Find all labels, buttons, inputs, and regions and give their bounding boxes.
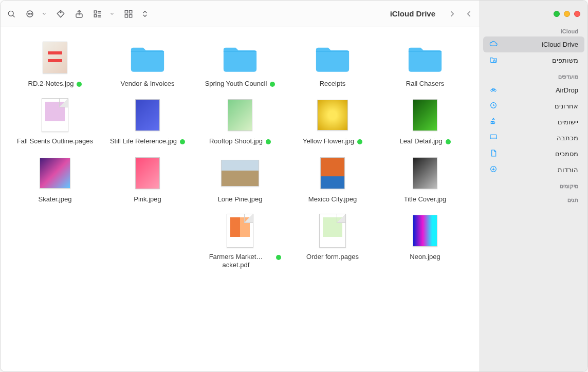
sidebar-section-title: תגים — [480, 192, 587, 206]
view-icons-button[interactable] — [124, 9, 133, 18]
file-item[interactable]: Still Life Reference.jpg — [104, 97, 191, 145]
svg-point-19 — [28, 13, 29, 14]
sidebar-item-label: משותפים — [502, 57, 578, 64]
nav-forward-button[interactable] — [448, 9, 457, 18]
svg-rect-7 — [130, 10, 132, 13]
folder-item[interactable]: Receipts — [289, 40, 376, 88]
sidebar-item[interactable]: iCloud Drive — [483, 36, 584, 52]
group-by-button[interactable] — [93, 9, 102, 18]
group-by-chevron-down-icon[interactable] — [109, 9, 115, 18]
folder-item[interactable]: Rail Chasers — [381, 40, 469, 88]
file-thumbnail — [220, 97, 260, 133]
file-name-label: Yellow Flower.jpg — [303, 137, 354, 145]
file-name-label: Fall Scents Outline.pages — [17, 137, 93, 145]
folder-icon — [127, 40, 168, 76]
sidebar-section-title: מיקומים — [480, 178, 587, 192]
svg-rect-6 — [125, 10, 127, 13]
file-item[interactable]: Skater.jpeg — [11, 155, 99, 203]
file-thumbnail — [405, 97, 445, 133]
file-name-label: Spring Youth Council — [205, 80, 267, 88]
desktop-icon — [489, 133, 498, 143]
file-thumbnail — [220, 213, 260, 249]
sidebar-item-label: מסמכים — [502, 150, 578, 158]
action-menu-chevron-down-icon[interactable] — [42, 9, 47, 18]
file-thumbnail — [127, 155, 168, 191]
svg-line-23 — [13, 15, 14, 17]
file-item[interactable]: RD.2-Notes.jpg — [11, 40, 99, 88]
file-thumbnail — [313, 213, 353, 249]
file-item[interactable]: Yellow Flower.jpg — [289, 97, 376, 145]
file-name-label: Title Cover.jpg — [404, 195, 447, 203]
file-item[interactable]: Leaf Detail.jpg — [381, 97, 469, 145]
minimize-window-button[interactable] — [564, 11, 570, 17]
svg-point-20 — [29, 13, 30, 14]
shared-folder-icon — [489, 55, 498, 65]
action-menu-button[interactable] — [25, 9, 34, 18]
sidebar-item-label: AirDrop — [502, 86, 578, 94]
sidebar-item[interactable]: מסמכים — [480, 146, 587, 162]
file-thumbnail — [405, 155, 445, 191]
file-name-label: Lone Pine.jpeg — [218, 195, 263, 203]
nav-back-button[interactable] — [464, 9, 473, 18]
file-item[interactable]: Neon.jpeg — [381, 213, 469, 270]
file-name-label: Farmers Market…acket.pdf — [199, 253, 273, 270]
file-thumbnail — [220, 155, 260, 191]
svg-rect-8 — [125, 14, 127, 17]
airdrop-icon — [489, 85, 498, 95]
folder-item[interactable]: Spring Youth Council — [196, 40, 284, 88]
file-name-label: Receipts — [320, 80, 346, 88]
svg-point-21 — [31, 13, 32, 14]
folder-icon — [220, 40, 260, 76]
file-item[interactable]: Pink.jpeg — [104, 155, 191, 203]
svg-rect-4 — [490, 138, 497, 139]
file-thumbnail — [127, 97, 168, 133]
tags-button[interactable] — [56, 9, 65, 18]
sidebar-item[interactable]: AirDrop — [480, 82, 587, 98]
sidebar-section-title: iCloud — [480, 23, 587, 36]
file-item[interactable]: Mexico City.jpeg — [289, 155, 376, 203]
sidebar-item-label: יישומים — [502, 118, 578, 126]
tag-dot-icon — [270, 82, 275, 87]
file-item[interactable]: Rooftop Shoot.jpg — [196, 97, 284, 145]
sidebar-item[interactable]: מכתבה — [480, 130, 587, 146]
sidebar-item[interactable]: משותפים — [480, 52, 587, 68]
file-name-label: Rooftop Shoot.jpg — [209, 137, 263, 145]
file-item[interactable]: Farmers Market…acket.pdf — [196, 213, 284, 270]
file-item[interactable]: Lone Pine.jpeg — [196, 155, 284, 203]
tag-dot-icon — [266, 139, 271, 144]
file-name-label: Pink.jpeg — [134, 195, 161, 203]
sort-updown-icon[interactable] — [140, 9, 150, 18]
sidebar-item-label: iCloud Drive — [502, 41, 578, 48]
close-window-button[interactable] — [574, 11, 580, 17]
file-grid: RD.2-Notes.jpgVendor & InvoicesSpring Yo… — [1, 27, 480, 371]
file-item[interactable]: Fall Scents Outline.pages — [11, 97, 99, 145]
file-name-label: RD.2-Notes.jpg — [28, 80, 74, 88]
file-item[interactable]: Order form.pages — [289, 213, 376, 270]
file-name-label: Neon.jpeg — [410, 253, 440, 261]
sidebar-item[interactable]: אחרונים — [480, 98, 587, 114]
file-name-label: Vendor & Invoices — [121, 80, 175, 88]
svg-rect-11 — [94, 14, 97, 17]
file-name-label: Mexico City.jpeg — [308, 195, 357, 203]
search-button[interactable] — [7, 9, 16, 18]
apps-icon — [489, 117, 498, 127]
file-name-label: Order form.pages — [306, 253, 359, 261]
file-thumbnail — [35, 97, 75, 133]
sidebar-item[interactable]: הורדות — [480, 162, 587, 178]
zoom-window-button[interactable] — [554, 11, 560, 17]
share-button[interactable] — [75, 9, 84, 18]
folder-icon — [313, 40, 353, 76]
tag-dot-icon — [446, 139, 451, 144]
file-thumbnail — [313, 155, 353, 191]
downloads-icon — [489, 165, 498, 175]
toolbar: iCloud Drive — [1, 1, 480, 27]
tag-dot-icon — [276, 255, 281, 260]
sidebar-item-label: מכתבה — [502, 134, 578, 142]
file-item[interactable]: Title Cover.jpg — [381, 155, 469, 203]
location-title: iCloud Drive — [390, 9, 435, 18]
file-name-label: Leaf Detail.jpg — [399, 137, 442, 145]
folder-item[interactable]: Vendor & Invoices — [104, 40, 191, 88]
sidebar-item[interactable]: יישומים — [480, 114, 587, 130]
file-name-label: Rail Chasers — [406, 80, 444, 88]
tag-dot-icon — [180, 139, 185, 144]
